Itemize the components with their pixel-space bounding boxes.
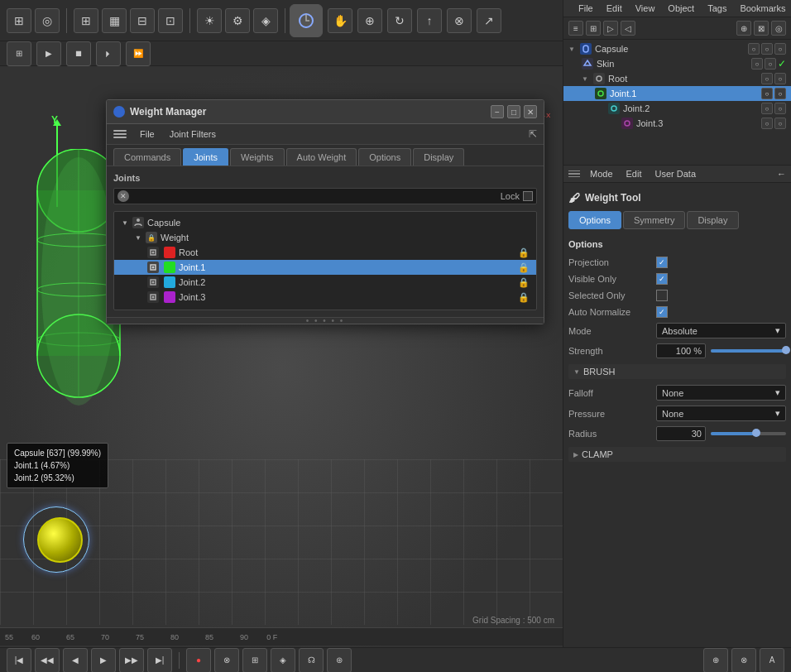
badge-j2b[interactable]: ○ <box>774 103 786 114</box>
center-icon4[interactable]: ↻ <box>387 8 412 33</box>
tree-item-joint1[interactable]: Joint.1 🔒 <box>114 260 536 275</box>
badge-j3b[interactable]: ○ <box>774 118 786 129</box>
grid2-btn[interactable]: ▦ <box>102 8 127 33</box>
scene-menu-tags[interactable]: Tags <box>704 2 730 14</box>
bt-btn8[interactable]: ⊗ <box>214 648 239 673</box>
bt-right-btn1[interactable]: ⊕ <box>703 648 728 673</box>
badge-skin2[interactable]: ○ <box>765 58 776 70</box>
scene-item-root[interactable]: ▼ Root ○ ○ <box>563 71 791 86</box>
props-tab-symmetry[interactable]: Symmetry <box>623 211 686 229</box>
center-icon5[interactable]: ↑ <box>417 8 442 33</box>
props-tab-options[interactable]: Options <box>568 211 621 229</box>
badge-j2a[interactable]: ○ <box>761 103 773 114</box>
badge-j1b[interactable]: ○ <box>774 88 786 99</box>
props-hamburger[interactable] <box>568 168 580 180</box>
grid4-btn[interactable]: ⊡ <box>158 8 183 33</box>
bt-btn1[interactable]: |◀ <box>7 648 31 673</box>
brush-section-header[interactable]: ▼ BRUSH <box>568 364 786 379</box>
clamp-section-header[interactable]: ▶ CLAMP <box>568 447 786 462</box>
vp-btn5[interactable]: ⏩ <box>126 41 151 66</box>
prop-strength-value[interactable]: 100 % <box>656 343 706 358</box>
grid1-btn[interactable]: ⊞ <box>74 8 98 33</box>
wm-maximize-btn[interactable]: □ <box>507 105 520 118</box>
props-menu-mode[interactable]: Mode <box>587 168 616 180</box>
tab-weights[interactable]: Weights <box>230 148 285 166</box>
props-menu-userdata[interactable]: User Data <box>652 168 700 180</box>
wm-lock-checkbox[interactable] <box>523 191 533 201</box>
wm-minimize-btn[interactable]: − <box>491 105 504 118</box>
tab-options[interactable]: Options <box>358 148 411 166</box>
wm-expand-icon[interactable]: ⇱ <box>529 128 537 140</box>
prop-radius-value[interactable]: 30 <box>656 426 706 441</box>
scene-item-joint1[interactable]: Joint.1 ○ ○ <box>563 86 791 101</box>
obj-btn[interactable]: ◎ <box>35 8 60 33</box>
light2-btn[interactable]: ⚙ <box>225 8 250 33</box>
badge3[interactable]: ○ <box>774 43 786 55</box>
wm-search-input[interactable] <box>132 191 501 201</box>
scene-icon6[interactable]: ⊠ <box>754 21 769 36</box>
prop-radius-slider[interactable] <box>711 432 786 435</box>
wm-menu-joint-filters[interactable]: Joint Filters <box>163 127 223 141</box>
tree-item-capsule[interactable]: ▼ Capsule <box>114 215 536 230</box>
bt-btn10[interactable]: ◈ <box>271 648 295 673</box>
tab-display[interactable]: Display <box>413 148 464 166</box>
scene-menu-bookmarks[interactable]: Bookmarks <box>736 2 789 14</box>
vp-btn1[interactable]: ⊞ <box>7 41 31 66</box>
scene-icon7[interactable]: ◎ <box>771 21 786 36</box>
bt-btn2[interactable]: ◀◀ <box>35 648 60 673</box>
bt-right-btn2[interactable]: ⊗ <box>731 648 756 673</box>
badge-skin1[interactable]: ○ <box>751 58 763 70</box>
prop-dropdown-pressure[interactable]: None ▾ <box>656 406 786 421</box>
center-icon2[interactable]: ✋ <box>328 8 352 33</box>
new-btn[interactable]: ⊞ <box>7 8 31 33</box>
scene-item-skin[interactable]: Skin ○ ○ ✓ <box>563 56 791 71</box>
tab-joints[interactable]: Joints <box>183 148 228 166</box>
scene-item-capsule[interactable]: ▼ Capsule ○ ○ ○ <box>563 41 791 56</box>
tree-item-joint3[interactable]: Joint.3 🔒 <box>114 290 536 305</box>
scene-icon5[interactable]: ⊕ <box>736 21 751 36</box>
prop-cb-selected-only[interactable] <box>656 290 668 301</box>
light-btn[interactable]: ☀ <box>197 8 222 33</box>
bt-btn5[interactable]: ▶▶ <box>119 648 144 673</box>
scene-menu-view[interactable]: View <box>632 2 659 14</box>
tree-item-root[interactable]: Root 🔒 <box>114 245 536 260</box>
prop-cb-auto-normalize[interactable] <box>656 306 668 318</box>
badge-j3a[interactable]: ○ <box>761 118 773 129</box>
tab-commands[interactable]: Commands <box>113 148 181 166</box>
badge-root2[interactable]: ○ <box>774 73 786 84</box>
center-icon1[interactable] <box>290 4 323 37</box>
wm-close-btn[interactable]: ✕ <box>524 105 537 118</box>
center-icon7[interactable]: ↗ <box>477 8 501 33</box>
badge-root1[interactable]: ○ <box>761 73 773 84</box>
vp-btn2[interactable]: ▶ <box>36 41 61 66</box>
wm-menu-file[interactable]: File <box>133 127 161 141</box>
scene-icon4[interactable]: ◁ <box>621 21 635 36</box>
prop-strength-slider[interactable] <box>711 349 786 353</box>
wm-drag-handle[interactable]: • • • • • <box>107 317 544 324</box>
wm-hamburger-icon[interactable] <box>113 127 127 141</box>
bt-btn9[interactable]: ⊞ <box>242 648 267 673</box>
wm-search-clear[interactable]: ✕ <box>117 190 129 202</box>
scene-menu-object[interactable]: Object <box>664 2 698 14</box>
scene-icon2[interactable]: ⊞ <box>586 21 601 36</box>
tab-auto-weight[interactable]: Auto Weight <box>286 148 357 166</box>
bt-btn3[interactable]: ◀ <box>63 648 88 673</box>
props-back-btn[interactable]: ← <box>777 169 786 179</box>
bt-btn12[interactable]: ⊛ <box>327 648 352 673</box>
scene-menu-edit[interactable]: Edit <box>603 2 626 14</box>
bt-record[interactable]: ● <box>186 648 211 673</box>
render-btn[interactable]: ◈ <box>253 8 278 33</box>
prop-dropdown-falloff[interactable]: None ▾ <box>656 385 786 401</box>
prop-dropdown-mode[interactable]: Absolute ▾ <box>656 323 786 338</box>
badge2[interactable]: ○ <box>761 43 773 55</box>
tree-item-weight[interactable]: ▼ 🔒 Weight <box>114 230 536 245</box>
bt-play[interactable]: ▶ <box>91 648 116 673</box>
props-menu-edit[interactable]: Edit <box>623 168 645 180</box>
bt-btn11[interactable]: ☊ <box>299 648 324 673</box>
prop-cb-visible-only[interactable] <box>656 273 668 285</box>
props-tab-display[interactable]: Display <box>687 211 738 229</box>
center-icon3[interactable]: ⊕ <box>357 8 382 33</box>
scene-menu-file[interactable]: File <box>575 2 597 14</box>
center-icon6[interactable]: ⊗ <box>447 8 472 33</box>
vp-btn3[interactable]: ⏹ <box>66 41 91 66</box>
